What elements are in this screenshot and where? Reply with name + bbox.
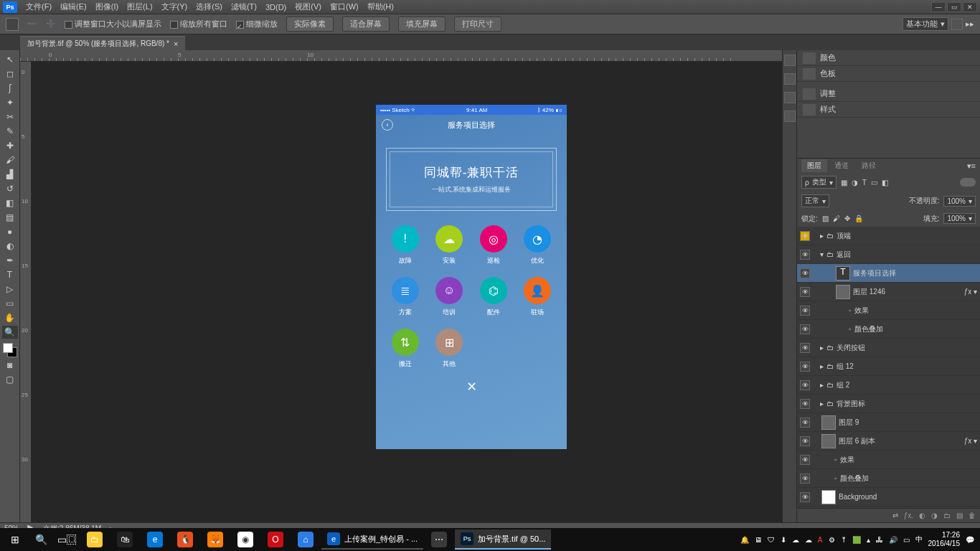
layer-row[interactable]: 👁 图层 9 (797, 413, 980, 432)
hand-tool-icon[interactable]: ✋ (2, 311, 18, 324)
dodge-tool-icon[interactable]: ◐ (2, 240, 18, 253)
layer-list[interactable]: 👁▸ 🗀 顶端👁▾ 🗀 返回👁T 服务项目选择👁 图层 1246ƒx ▾👁◦ 效… (797, 227, 980, 508)
visibility-toggle-icon[interactable]: 👁 (800, 362, 810, 372)
tool-preset-icon[interactable] (6, 18, 19, 31)
visibility-toggle-icon[interactable]: 👁 (800, 324, 810, 334)
menu-file[interactable]: 文件(F) (22, 1, 56, 12)
filter-shape-icon[interactable]: ▭ (871, 179, 877, 187)
lock-all-icon[interactable]: 🔒 (854, 215, 863, 222)
taskbar-qq-icon[interactable]: 🐧 (171, 529, 199, 550)
path-tool-icon[interactable]: ▷ (2, 283, 18, 296)
win-minimize-icon[interactable]: — (931, 2, 946, 12)
layer-row[interactable]: 👁◦ 效果 (797, 451, 980, 469)
move-tool-icon[interactable]: ↖ (2, 53, 18, 66)
layer-row[interactable]: 👁▾ 🗀 返回 (797, 245, 980, 264)
layer-row[interactable]: 👁 图层 1246ƒx ▾ (797, 283, 980, 301)
taskbar-360-icon[interactable]: ⌂ (291, 529, 320, 550)
ruler-horizontal[interactable]: 0510 (20, 50, 782, 62)
disclosure-icon[interactable]: ▸ (820, 400, 824, 408)
opt-scrubby-checkbox[interactable]: 细微缩放 (236, 19, 278, 29)
tray-icon[interactable]: ⚙ (829, 536, 835, 544)
disclosure-icon[interactable]: ▸ (820, 232, 824, 240)
task-view-icon[interactable]: ▭⿴ (55, 529, 79, 550)
visibility-toggle-icon[interactable]: 👁 (800, 418, 810, 428)
wand-tool-icon[interactable]: ✦ (2, 96, 18, 109)
quickmask-icon[interactable]: ◙ (2, 359, 18, 372)
menu-layer[interactable]: 图层(L) (123, 1, 156, 12)
layer-row[interactable]: 👁▸ 🗀 组 12 (797, 357, 980, 376)
lasso-tool-icon[interactable]: ʃ (2, 82, 18, 95)
panel-menu-icon[interactable]: ▾≡ (967, 161, 976, 171)
layer-row[interactable]: 👁◦ 颜色叠加 (797, 469, 980, 488)
search-icon[interactable]: 🔍 (29, 529, 53, 550)
marquee-tool-icon[interactable]: ◻ (2, 67, 18, 80)
type-tool-icon[interactable]: T (2, 268, 18, 281)
lock-pos-icon[interactable]: ✥ (844, 215, 850, 222)
blur-tool-icon[interactable]: ● (2, 225, 18, 238)
opacity-input[interactable]: 100% ▾ (943, 196, 976, 207)
tray-icon[interactable]: ☁ (792, 536, 799, 544)
filter-smart-icon[interactable]: ◧ (882, 179, 888, 187)
taskbar-edge-icon[interactable]: e (141, 529, 169, 550)
filter-adjust-icon[interactable]: ◑ (852, 179, 858, 187)
layer-row[interactable]: 👁◦ 颜色叠加 (797, 320, 980, 339)
disclosure-icon[interactable]: ▸ (820, 344, 824, 352)
tray-icon[interactable]: 🖥 (755, 536, 762, 544)
panel-swatches[interactable]: 色板 (797, 66, 980, 82)
taskbar-clock[interactable]: 17:26 2016/4/15 (928, 531, 961, 548)
stamp-tool-icon[interactable]: ▟ (2, 168, 18, 181)
eraser-tool-icon[interactable]: ◧ (2, 197, 18, 209)
win-close-icon[interactable]: ✕ (963, 2, 977, 12)
document-tab[interactable]: 加号背景.tif @ 50% (服务项目选择, RGB/8) * × (20, 36, 185, 50)
opt-fill-screen-button[interactable]: 填充屏幕 (398, 17, 446, 32)
opt-resize-checkbox[interactable]: 调整窗口大小以满屏显示 (65, 19, 161, 29)
visibility-toggle-icon[interactable]: 👁 (800, 436, 810, 446)
tray-icon[interactable]: 🟩 (852, 536, 861, 544)
taskbar-unknown-icon[interactable]: ⋯ (425, 529, 453, 550)
ruler-vertical[interactable]: 051015202530 (20, 62, 32, 522)
menu-view[interactable]: 视图(V) (291, 1, 326, 12)
eyedropper-tool-icon[interactable]: ✎ (2, 125, 18, 138)
dock-properties-icon[interactable] (784, 73, 796, 85)
tray-ime-icon[interactable]: ▭ (903, 536, 910, 544)
layer-row[interactable]: 👁 Background (797, 488, 980, 507)
layer-fx-badge[interactable]: ƒx ▾ (964, 437, 977, 445)
tray-ime-lang[interactable]: 中 (915, 534, 923, 545)
taskbar-chrome-icon[interactable]: ◉ (231, 529, 260, 550)
new-layer-icon[interactable]: ▤ (956, 512, 963, 519)
menu-edit[interactable]: 编辑(E) (56, 1, 91, 12)
shape-tool-icon[interactable]: ▭ (2, 297, 18, 310)
layer-row[interactable]: 👁▸ 🗀 组 2 (797, 376, 980, 395)
menu-type[interactable]: 文字(Y) (157, 1, 192, 12)
menu-image[interactable]: 图像(I) (91, 1, 123, 12)
tray-icon[interactable]: A (818, 536, 823, 544)
taskbar-store-icon[interactable]: 🛍 (110, 529, 139, 550)
layer-row[interactable]: 👁▸ 🗀 顶端 (797, 227, 980, 245)
close-tab-icon[interactable]: × (174, 39, 178, 48)
zoom-minus-icon[interactable]: ➖ (27, 19, 37, 29)
disclosure-icon[interactable]: ▸ (820, 381, 824, 389)
filter-toggle[interactable] (960, 178, 976, 187)
visibility-toggle-icon[interactable]: 👁 (800, 399, 810, 409)
tab-layers[interactable]: 图层 (801, 159, 827, 172)
zoom-plus-icon[interactable]: ➕ (46, 19, 56, 29)
taskbar-opera-icon[interactable]: O (261, 529, 290, 550)
start-button[interactable]: ⊞ (3, 529, 27, 550)
visibility-toggle-icon[interactable]: 👁 (800, 343, 810, 353)
win-maximize-icon[interactable]: ▭ (947, 2, 961, 12)
menu-select[interactable]: 选择(S) (192, 1, 227, 12)
opt-print-size-button[interactable]: 打印尺寸 (454, 17, 501, 32)
visibility-toggle-icon[interactable]: 👁 (800, 380, 810, 390)
panel-styles[interactable]: 样式 (797, 102, 980, 118)
tray-network-icon[interactable]: 🖧 (876, 536, 883, 544)
layer-fx-badge[interactable]: ƒx ▾ (964, 288, 977, 296)
menu-help[interactable]: 帮助(H) (363, 1, 398, 12)
tray-icon[interactable]: ☁ (805, 536, 812, 544)
visibility-toggle-icon[interactable]: 👁 (800, 492, 810, 502)
disclosure-icon[interactable]: ▾ (820, 250, 824, 258)
menu-window[interactable]: 窗口(W) (326, 1, 363, 12)
blend-mode-select[interactable]: 正常 ▾ (801, 194, 829, 207)
new-fill-icon[interactable]: ◑ (931, 512, 938, 519)
panel-adjustments[interactable]: 调整 (797, 86, 980, 102)
visibility-toggle-icon[interactable]: 👁 (800, 268, 810, 278)
